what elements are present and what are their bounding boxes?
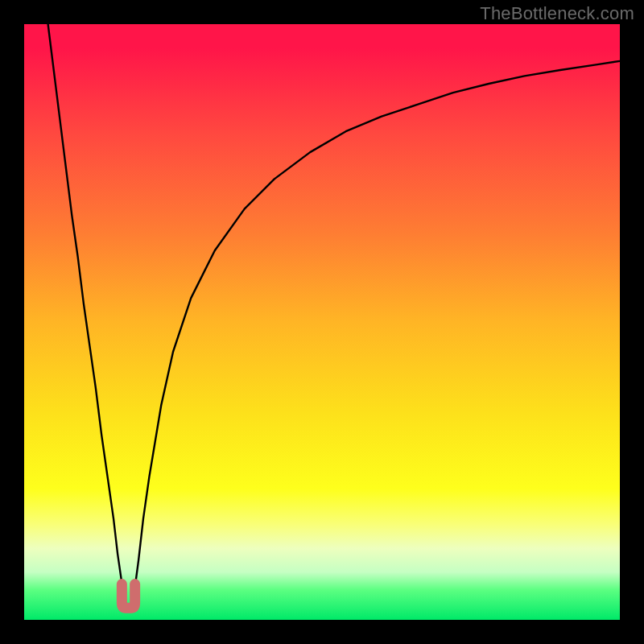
minimum-marker bbox=[122, 584, 134, 609]
bottleneck-curve bbox=[48, 24, 620, 607]
curve-layer bbox=[24, 24, 620, 620]
watermark-text: TheBottleneck.com bbox=[480, 3, 634, 24]
chart-frame: TheBottleneck.com bbox=[0, 0, 644, 644]
plot-area bbox=[24, 24, 620, 620]
